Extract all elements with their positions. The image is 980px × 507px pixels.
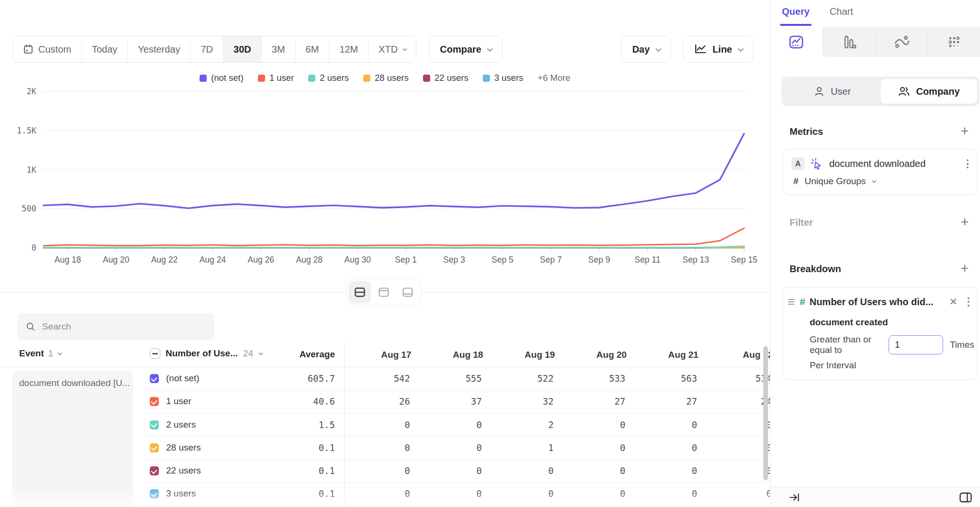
svg-text:Aug 24: Aug 24 [200,255,226,265]
svg-text:Aug 18: Aug 18 [55,255,81,265]
search-input[interactable] [42,321,206,332]
chart-type-funnel[interactable] [823,27,875,57]
row-value: 0 [722,488,770,499]
row-value: 563 [647,373,719,384]
table-scrollbar[interactable] [763,346,768,480]
collapse-sidebar-button[interactable] [789,492,800,503]
metric-menu-button[interactable] [964,156,971,171]
row-value: 27 [647,396,719,407]
average-column-header: Average [258,349,335,360]
drag-handle-icon[interactable] [787,297,795,307]
row-checkbox[interactable] [150,420,159,430]
svg-text:Aug 26: Aug 26 [248,255,274,265]
select-all-checkbox[interactable] [150,348,160,359]
metrics-heading: Metrics [790,126,823,137]
scope-user-label: User [831,86,851,97]
query-sidebar: Query Chart [770,0,980,507]
row-label: 22 users [166,465,201,476]
row-value: 26 [360,396,432,407]
add-breakdown-button[interactable]: + [956,260,973,277]
tab-query[interactable]: Query [782,6,810,23]
row-average: 0.1 [258,488,335,499]
row-value: 533 [576,373,647,384]
row-checkbox[interactable] [150,489,159,498]
metric-name: document downloaded [829,158,958,169]
event-header-label: Event [19,348,44,359]
row-value: 2 [504,419,576,430]
sidebar-footer [770,487,980,507]
condition-unit: Times [950,340,974,350]
row-value: 0 [360,488,432,499]
scope-company-label: Company [916,86,959,97]
layout-bottom-icon [402,287,413,298]
row-value: 1 [504,442,576,453]
row-values: 542555522533563534 [360,373,770,384]
row-value: 542 [360,373,432,384]
row-checkbox[interactable] [150,397,159,406]
metric-letter-badge: A [791,157,804,170]
per-interval-label: Per Interval [783,356,977,379]
breakdown-menu-button[interactable] [965,295,972,309]
table-search [17,313,214,340]
condition-label: Greater than or equal to [810,334,882,355]
row-average: 40.6 [258,396,335,407]
row-value: 24 [722,396,770,407]
svg-text:Sep 13: Sep 13 [682,255,709,265]
chart-type-matrix[interactable] [927,27,980,57]
chart-type-line-segmented[interactable] [770,27,823,57]
sidebar-tabs: Query Chart [782,6,853,23]
chart-type-flow[interactable] [875,27,928,57]
row-value: 0 [576,488,647,499]
panel-toggle-button[interactable] [959,492,972,503]
event-click-icon [811,158,823,170]
row-value: 0 [360,465,432,476]
svg-text:Sep 3: Sep 3 [443,255,465,265]
metric-card[interactable]: A document downloaded # Unique Groups [783,149,978,195]
tab-chart[interactable]: Chart [830,6,853,23]
breakdown-event[interactable]: document created [783,311,977,329]
scope-company-option[interactable]: Company [880,79,977,104]
row-value: 27 [576,396,647,407]
column-header-date: Aug 19 [504,350,576,360]
filter-heading: Filter [790,217,813,228]
group-column-header[interactable]: Number of Use... 24 [150,348,262,359]
breakdown-card[interactable]: # Number of Users who did... ✕ document … [783,287,978,380]
row-average: 0.1 [258,442,335,453]
chevron-down-icon [57,351,62,355]
row-value: 555 [432,373,504,384]
event-column-header[interactable]: Event 1 [19,348,61,359]
frozen-column-divider [345,342,345,507]
row-value: 0 [432,488,504,499]
condition-value-input[interactable] [889,335,943,354]
metric-row: A document downloaded [783,149,977,174]
scope-user-option[interactable]: User [784,79,880,104]
remove-breakdown-button[interactable]: ✕ [946,294,960,309]
layout-chart-only-button[interactable] [373,281,395,303]
layout-table-only-button[interactable] [397,281,419,303]
event-cell[interactable]: document downloaded [U... [12,371,133,505]
user-icon [813,86,825,97]
svg-text:0: 0 [32,243,36,253]
row-values: 000000 [360,465,770,476]
row-value: 0 [576,442,647,453]
active-tab-underline [780,24,812,26]
aggregation-dropdown[interactable]: # Unique Groups [783,174,977,194]
breakdown-condition-row: Greater than or equal to Times [783,329,977,356]
add-filter-button[interactable]: + [956,213,973,231]
layout-split-button[interactable] [349,281,371,303]
row-checkbox[interactable] [150,466,159,475]
row-checkbox[interactable] [150,443,159,452]
row-values: 001000 [360,442,770,453]
svg-text:Aug 30: Aug 30 [345,255,371,265]
dot-grid-icon [946,34,962,50]
layout-top-icon [378,287,390,298]
date-column-headers: Aug 17Aug 18Aug 19Aug 20Aug 21Aug 22 [360,342,770,367]
svg-text:Sep 7: Sep 7 [540,255,562,265]
svg-text:Aug 22: Aug 22 [151,255,178,265]
row-average: 0.1 [258,465,335,476]
row-value: 37 [432,396,504,407]
row-values: 000000 [360,488,770,499]
row-checkbox[interactable] [150,374,159,383]
row-average: 1.5 [258,419,335,430]
add-metric-button[interactable]: + [956,122,973,140]
